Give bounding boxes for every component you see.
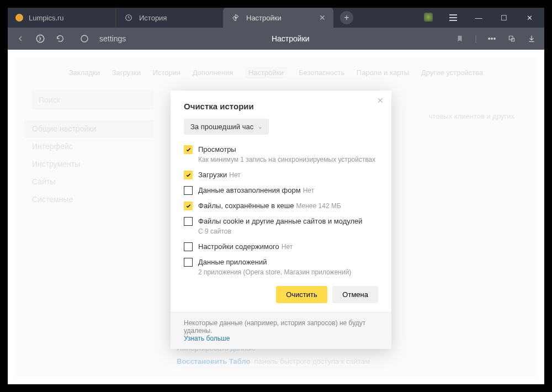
learn-more-link[interactable]: Узнать больше bbox=[184, 335, 230, 342]
clear-history-modal: ✕ Очистка истории За прошедший час ⌄ Про… bbox=[171, 91, 391, 349]
cancel-button[interactable]: Отмена bbox=[332, 286, 378, 303]
gear-icon bbox=[231, 13, 241, 23]
more-icon[interactable]: ••• bbox=[487, 34, 497, 44]
minimize-icon[interactable]: — bbox=[474, 13, 484, 23]
dropdown-value: За прошедший час bbox=[190, 123, 253, 131]
tab-label: История bbox=[139, 14, 167, 22]
close-window-icon[interactable]: ✕ bbox=[524, 13, 534, 23]
tab-settings[interactable]: Настройки ✕ bbox=[223, 8, 333, 28]
option-label: Файлы, сохранённые в кешеМенее 142 МБ bbox=[198, 201, 341, 211]
checkbox[interactable] bbox=[184, 202, 193, 210]
back-icon[interactable] bbox=[15, 34, 25, 44]
page-title: Настройки bbox=[136, 34, 445, 43]
time-range-dropdown[interactable]: За прошедший час ⌄ bbox=[184, 119, 269, 135]
reload-icon[interactable] bbox=[55, 34, 65, 44]
option-row: Данные приложений2 приложения (Opera sto… bbox=[184, 257, 378, 277]
svg-rect-4 bbox=[509, 36, 513, 40]
option-label: Настройки содержимогоНет bbox=[198, 242, 293, 252]
close-icon[interactable]: ✕ bbox=[319, 13, 326, 22]
chevron-down-icon: ⌄ bbox=[258, 124, 262, 130]
clear-button[interactable]: Очистить bbox=[276, 286, 327, 303]
checkbox[interactable] bbox=[184, 186, 193, 195]
avatar-icon[interactable] bbox=[424, 13, 433, 22]
extensions-icon[interactable] bbox=[507, 34, 517, 44]
tab-label: Настройки bbox=[246, 14, 282, 22]
checkbox[interactable] bbox=[184, 242, 193, 251]
tab-label: Lumpics.ru bbox=[29, 14, 64, 22]
option-label: ПросмотрыКак минимум 1 запись на синхрон… bbox=[198, 145, 375, 165]
option-label: Данные автозаполнения формНет bbox=[198, 186, 314, 195]
option-row: Файлы, сохранённые в кешеМенее 142 МБ bbox=[184, 201, 378, 211]
tab-history[interactable]: История bbox=[115, 8, 223, 28]
option-row: ЗагрузкиНет bbox=[184, 170, 378, 180]
svg-point-3 bbox=[81, 35, 88, 42]
option-label: Файлы cookie и другие данные сайтов и мо… bbox=[198, 216, 363, 236]
option-row: Настройки содержимогоНет bbox=[184, 242, 378, 252]
modal-title: Очистка истории bbox=[184, 102, 378, 111]
address-bar: settings Настройки | ••• bbox=[8, 28, 544, 50]
checkbox[interactable] bbox=[184, 171, 193, 179]
new-tab-button[interactable]: + bbox=[340, 11, 353, 24]
footer-note: Некоторые данные (например, история запр… bbox=[184, 319, 365, 335]
bookmark-icon[interactable] bbox=[455, 34, 465, 44]
tab-lumpics[interactable]: Lumpics.ru bbox=[8, 8, 115, 28]
checkbox[interactable] bbox=[184, 145, 193, 154]
separator: | bbox=[475, 34, 477, 43]
option-row: ПросмотрыКак минимум 1 запись на синхрон… bbox=[184, 145, 378, 165]
tab-strip: Lumpics.ru История Настройки ✕ + — ☐ ✕ bbox=[8, 8, 544, 28]
close-icon[interactable]: ✕ bbox=[377, 96, 384, 105]
maximize-icon[interactable]: ☐ bbox=[499, 13, 509, 23]
option-label: Данные приложений2 приложения (Opera sto… bbox=[198, 257, 351, 277]
lock-icon bbox=[79, 34, 89, 44]
checkbox[interactable] bbox=[184, 217, 193, 226]
site-icon bbox=[15, 14, 23, 22]
yandex-icon[interactable] bbox=[35, 34, 45, 44]
option-row: Файлы cookie и другие данные сайтов и мо… bbox=[184, 216, 378, 236]
clock-icon bbox=[124, 13, 134, 23]
download-icon[interactable] bbox=[527, 34, 537, 44]
checkbox[interactable] bbox=[184, 258, 193, 267]
menu-icon[interactable] bbox=[448, 13, 458, 23]
option-label: ЗагрузкиНет bbox=[198, 170, 241, 180]
url-text[interactable]: settings bbox=[99, 34, 126, 43]
option-row: Данные автозаполнения формНет bbox=[184, 186, 378, 195]
